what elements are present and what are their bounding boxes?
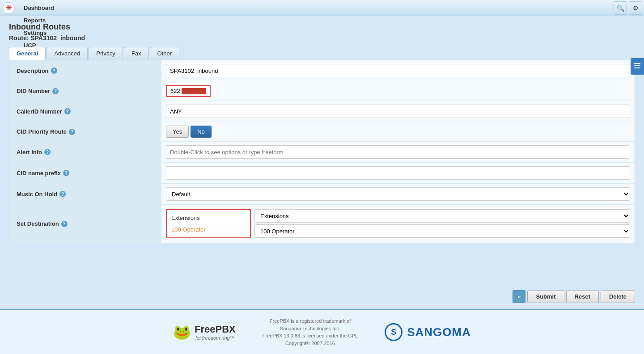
tab-privacy[interactable]: Privacy (89, 47, 123, 60)
help-icon[interactable]: ? (63, 170, 69, 176)
no-button[interactable]: No (191, 126, 212, 138)
yes-no-group: YesNo (166, 126, 212, 138)
footer-button-bar: » Submit Reset Delete (0, 284, 644, 309)
form-field-6: Default (161, 184, 635, 204)
help-icon[interactable]: ? (61, 221, 68, 227)
svg-text:✳: ✳ (6, 4, 12, 12)
help-icon[interactable]: ? (59, 191, 66, 197)
submit-button[interactable]: Submit (527, 290, 564, 303)
page-footer: 🐸 FreePBX let freedom ring™ FreePBX is a… (0, 309, 644, 354)
page-content: Inbound Routes Route: SPA3102_inbound Ge… (0, 16, 644, 284)
delete-button[interactable]: Delete (601, 290, 635, 303)
form-label-1: DID Number? (9, 81, 161, 101)
reset-button[interactable]: Reset (566, 290, 599, 303)
site-logo: ✳ (2, 1, 15, 15)
form-row-7: Set Destination?Extensions100 OperatorEx… (9, 205, 635, 243)
sangoma-icon: S (385, 323, 402, 341)
form-label-6: Music On Hold? (9, 184, 161, 204)
destination-box: Extensions100 Operator (166, 209, 251, 238)
form-field-0 (161, 60, 635, 81)
route-subtitle: Route: SPA3102_inbound (9, 34, 635, 42)
tab-fax[interactable]: Fax (124, 47, 149, 60)
form-field-4 (161, 142, 635, 162)
form-field-3: YesNo (161, 122, 635, 141)
tab-advanced[interactable]: Advanced (47, 47, 88, 60)
search-icon-button[interactable]: 🔍 (614, 1, 627, 15)
frog-icon: 🐸 (173, 324, 191, 341)
yes-button[interactable]: Yes (166, 126, 189, 138)
form-area: Description?DID Number?622CallerID Numbe… (9, 60, 635, 243)
svg-rect-2 (634, 63, 640, 64)
form-row-1: DID Number?622 (9, 81, 635, 101)
form-field-7: Extensions100 OperatorExtensions100 Oper… (161, 205, 635, 243)
form-field-5 (161, 163, 635, 183)
form-label-0: Description? (9, 60, 161, 81)
form-field-1: 622 (161, 81, 635, 101)
sangoma-logo: S SANGOMA (385, 323, 471, 341)
freepbx-brand: FreePBX let freedom ring™ (195, 324, 236, 341)
help-icon[interactable]: ? (52, 88, 59, 94)
form-field-2 (161, 101, 635, 122)
help-icon[interactable]: ? (44, 149, 51, 155)
nav-item-dashboard[interactable]: Dashboard (17, 2, 65, 14)
nav-action-icons: 🔍 ⚙ (614, 1, 642, 15)
destination-type-select[interactable]: Extensions (254, 209, 630, 223)
right-panel-toggle[interactable] (631, 58, 644, 75)
svg-rect-3 (634, 65, 640, 66)
form-row-6: Music On Hold?Default (9, 184, 635, 205)
nav-item-connectivity[interactable]: Connectivity (17, 0, 65, 2)
tab-general[interactable]: General (9, 47, 46, 60)
form-label-5: CID name prefix? (9, 163, 161, 183)
input-2[interactable] (166, 105, 630, 118)
destination-value: 100 Operator (171, 224, 246, 235)
select-6[interactable]: Default (166, 187, 630, 201)
form-label-7: Set Destination? (9, 205, 161, 243)
help-icon[interactable]: ? (69, 129, 75, 135)
page-title: Inbound Routes (9, 22, 635, 32)
did-redact-bar (182, 88, 206, 94)
top-navigation: ✳ AdminApplicationsConnectivityDashboard… (0, 0, 644, 16)
expand-button[interactable]: » (513, 290, 525, 303)
tab-other[interactable]: Other (150, 47, 180, 60)
help-icon[interactable]: ? (64, 108, 71, 114)
input-5[interactable] (166, 166, 630, 180)
destination-selects: Extensions100 Operator (254, 209, 630, 238)
freepbx-name: FreePBX (195, 324, 236, 335)
form-row-2: CallerID Number? (9, 101, 635, 122)
copyright-text: FreePBX is a registered trademark of San… (263, 317, 358, 347)
form-label-2: CallerID Number? (9, 101, 161, 122)
form-label-4: Alert Info? (9, 142, 161, 162)
form-row-0: Description? (9, 60, 635, 81)
form-row-4: Alert Info? (9, 142, 635, 163)
destination-value-select[interactable]: 100 Operator (254, 224, 630, 238)
freepbx-slogan: let freedom ring™ (195, 335, 234, 341)
freepbx-logo: 🐸 FreePBX let freedom ring™ (173, 324, 236, 341)
destination-type: Extensions (171, 213, 246, 224)
tab-bar: GeneralAdvancedPrivacyFaxOther (9, 47, 635, 60)
form-label-3: CID Priority Route? (9, 122, 161, 141)
form-row-5: CID name prefix? (9, 163, 635, 184)
input-4[interactable] (166, 145, 630, 159)
did-number-text: 622 (170, 88, 180, 94)
did-input-wrapper[interactable]: 622 (166, 85, 211, 97)
help-icon[interactable]: ? (51, 67, 57, 74)
input-0[interactable] (166, 64, 630, 77)
settings-icon-button[interactable]: ⚙ (629, 1, 642, 15)
form-row-3: CID Priority Route?YesNo (9, 122, 635, 142)
svg-rect-4 (634, 67, 640, 68)
sangoma-name: SANGOMA (407, 325, 471, 339)
